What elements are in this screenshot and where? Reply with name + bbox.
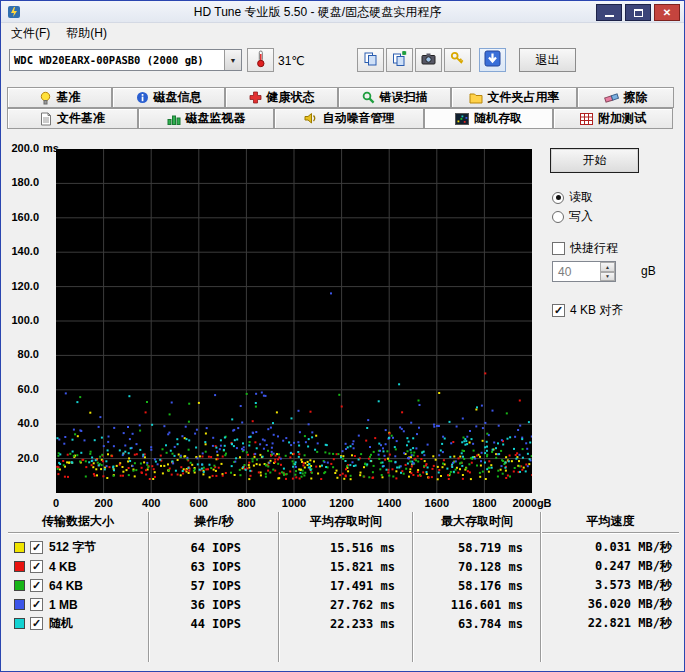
max-access-value: 58.719 ms xyxy=(413,541,541,555)
x-tick-label: 1400 xyxy=(377,497,401,509)
maximize-icon xyxy=(634,9,643,17)
spinner: ▲ ▼ xyxy=(600,262,615,281)
series-label: 1 MB xyxy=(49,598,78,612)
exit-button[interactable]: 退出 xyxy=(519,48,576,72)
avg-speed-value: 0.247 MB/秒 xyxy=(541,558,680,575)
series-color-swatch xyxy=(14,542,25,553)
write-radio[interactable]: 写入 xyxy=(552,208,593,225)
save-results-button[interactable] xyxy=(479,48,506,72)
tab-disk-monitor[interactable]: 磁盘监视器 xyxy=(138,108,274,129)
series-checkbox[interactable]: ✓ xyxy=(30,598,43,611)
read-radio-label: 读取 xyxy=(569,189,593,206)
temperature-button[interactable] xyxy=(247,48,274,72)
x-tick-label: 400 xyxy=(142,497,160,509)
menu-help[interactable]: 帮助(H) xyxy=(58,23,115,44)
toolbar: WDC WD20EARX-00PASB0 (2000 gB) ▼ 31℃ 退出 xyxy=(1,43,684,77)
tab-health[interactable]: 健康状态 xyxy=(225,87,338,108)
temperature-value: 31℃ xyxy=(278,54,305,68)
avg-speed-value: 0.031 MB/秒 xyxy=(541,539,680,556)
add-screenshot-button[interactable] xyxy=(386,48,413,72)
tab-erase[interactable]: 擦除 xyxy=(577,87,674,108)
header-avg-speed: 平均速度 xyxy=(541,513,680,530)
max-access-value: 63.784 ms xyxy=(413,617,541,631)
avg-access-value: 15.821 ms xyxy=(279,560,413,574)
table-row: ✓随机44 IOPS22.233 ms63.784 ms22.821 MB/秒 xyxy=(7,614,680,633)
series-color-swatch xyxy=(14,561,25,572)
series-cell: ✓512 字节 xyxy=(7,539,149,556)
x-tick-label: 800 xyxy=(237,497,255,509)
series-cell: ✓4 KB xyxy=(7,560,149,574)
short-stroke-value: 40 xyxy=(553,262,600,281)
table-row: ✓64 KB57 IOPS17.491 ms58.176 ms3.573 MB/… xyxy=(7,576,680,595)
menubar: 文件(F) 帮助(H) xyxy=(1,24,684,43)
tab-aam[interactable]: 自动噪音管理 xyxy=(274,108,424,129)
avg-speed-value: 36.020 MB/秒 xyxy=(541,596,680,613)
table-row: ✓1 MB36 IOPS27.762 ms116.601 ms36.020 MB… xyxy=(7,595,680,614)
maximize-button[interactable] xyxy=(625,4,651,21)
y-tick-label: 100.0 xyxy=(1,314,39,326)
options-button[interactable] xyxy=(444,48,471,72)
copy-add-icon xyxy=(392,51,407,69)
series-checkbox[interactable]: ✓ xyxy=(30,617,43,630)
series-color-swatch xyxy=(14,618,25,629)
series-checkbox[interactable]: ✓ xyxy=(30,560,43,573)
table-row: ✓512 字节64 IOPS15.516 ms58.719 ms0.031 MB… xyxy=(7,538,680,557)
x-tick-label: 1800 xyxy=(472,497,496,509)
dropdown-arrow-icon[interactable]: ▼ xyxy=(224,50,241,70)
thermometer-icon xyxy=(254,50,267,71)
avg-speed-value: 22.821 MB/秒 xyxy=(541,615,680,632)
checkbox-icon: ✓ xyxy=(552,304,565,317)
speaker-icon xyxy=(304,112,318,125)
header-ops-per-sec: 操作/秒 xyxy=(149,513,279,530)
tab-label: 附加测试 xyxy=(598,110,646,127)
x-tick-label: 600 xyxy=(190,497,208,509)
series-color-swatch xyxy=(14,580,25,591)
tab-random-access[interactable]: 随机存取 xyxy=(424,108,553,129)
y-tick-label: 120.0 xyxy=(1,280,39,292)
short-stroke-checkbox[interactable]: 快捷行程 xyxy=(552,240,618,257)
screenshot-button[interactable] xyxy=(415,48,442,72)
y-tick-label: 200.0 xyxy=(1,142,39,154)
table-rows: ✓512 字节64 IOPS15.516 ms58.719 ms0.031 MB… xyxy=(7,538,680,633)
copy-screenshot-button[interactable] xyxy=(357,48,384,72)
tab-error-scan[interactable]: 错误扫描 xyxy=(338,87,451,108)
table-row: ✓4 KB63 IOPS15.821 ms70.128 ms0.247 MB/秒 xyxy=(7,557,680,576)
start-button[interactable]: 开始 xyxy=(550,148,639,173)
tab-label: 磁盘监视器 xyxy=(186,110,246,127)
tab-folder-usage[interactable]: 文件夹占用率 xyxy=(451,87,577,108)
read-radio[interactable]: 读取 xyxy=(552,189,593,206)
copy-icon xyxy=(363,51,378,69)
spinner-down-button[interactable]: ▼ xyxy=(600,272,615,282)
y-tick-label: 180.0 xyxy=(1,176,39,188)
tab-benchmark[interactable]: 基准 xyxy=(7,87,112,108)
header-transfer-size: 传输数据大小 xyxy=(7,513,149,530)
minimize-icon xyxy=(605,15,614,17)
series-checkbox[interactable]: ✓ xyxy=(30,541,43,554)
tab-label: 擦除 xyxy=(624,89,648,106)
series-checkbox[interactable]: ✓ xyxy=(30,579,43,592)
short-stroke-input[interactable]: 40 ▲ ▼ xyxy=(552,261,616,282)
y-tick-label: 80.0 xyxy=(1,348,39,360)
minimize-button[interactable] xyxy=(596,4,622,21)
series-cell: ✓1 MB xyxy=(7,598,149,612)
y-axis-unit: ms xyxy=(43,142,59,154)
menu-file[interactable]: 文件(F) xyxy=(3,23,58,44)
drive-select[interactable]: WDC WD20EARX-00PASB0 (2000 gB) ▼ xyxy=(9,49,242,71)
tab-disk-info[interactable]: 磁盘信息 xyxy=(112,87,225,108)
series-label: 64 KB xyxy=(49,579,83,593)
align-checkbox[interactable]: ✓ 4 KB 对齐 xyxy=(552,302,623,319)
header-avg-access-time: 平均存取时间 xyxy=(279,513,413,530)
x-tick-label: 1000 xyxy=(282,497,306,509)
y-tick-label: 160.0 xyxy=(1,211,39,223)
bar-monitor-icon xyxy=(167,113,181,125)
camera-icon xyxy=(421,52,436,68)
close-button[interactable]: ✕ xyxy=(654,4,680,21)
series-cell: ✓64 KB xyxy=(7,579,149,593)
extra-tests-icon xyxy=(580,113,593,125)
series-label: 4 KB xyxy=(49,560,76,574)
spinner-up-button[interactable]: ▲ xyxy=(600,262,615,272)
tab-extra-tests[interactable]: 附加测试 xyxy=(553,108,673,129)
checkbox-icon xyxy=(552,242,565,255)
tab-file-benchmark[interactable]: 文件基准 xyxy=(7,108,138,129)
series-cell: ✓随机 xyxy=(7,615,149,632)
